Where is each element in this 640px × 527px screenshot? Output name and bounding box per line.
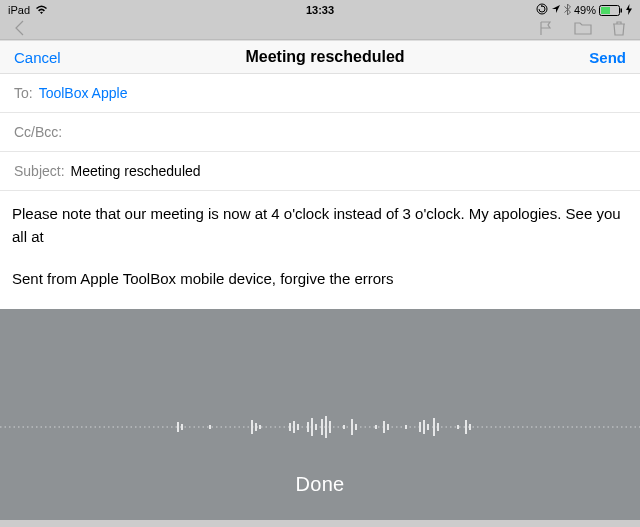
done-button[interactable]: Done — [295, 473, 344, 496]
dictation-panel: Done — [0, 309, 640, 520]
location-icon — [551, 4, 561, 16]
rotation-lock-icon — [536, 3, 548, 17]
back-icon — [14, 20, 25, 40]
subject-label: Subject: — [14, 163, 65, 179]
status-right: 49% — [536, 3, 632, 17]
wifi-icon — [35, 5, 48, 15]
to-label: To: — [14, 85, 33, 101]
compose-title: Meeting rescheduled — [245, 48, 404, 66]
flag-icon — [538, 20, 554, 40]
subject-field[interactable]: Subject: Meeting rescheduled — [0, 152, 640, 191]
to-value[interactable]: ToolBox Apple — [39, 85, 128, 101]
body-text: Please note that our meeting is now at 4… — [12, 202, 628, 249]
status-bar: iPad 13:33 49% — [0, 0, 640, 20]
ccbcc-field[interactable]: Cc/Bcc: — [0, 113, 640, 152]
battery-icon — [599, 5, 623, 16]
compose-panel: Cancel Meeting rescheduled Send To: Tool… — [0, 40, 640, 309]
status-time: 13:33 — [306, 4, 334, 16]
ccbcc-label: Cc/Bcc: — [14, 124, 62, 140]
svg-rect-2 — [601, 7, 610, 14]
trash-icon — [612, 20, 626, 40]
body-signature: Sent from Apple ToolBox mobile device, f… — [12, 267, 628, 290]
send-button[interactable]: Send — [589, 49, 626, 66]
folder-icon — [574, 21, 592, 39]
dictation-waveform — [0, 412, 640, 442]
bluetooth-icon — [564, 4, 571, 17]
message-body[interactable]: Please note that our meeting is now at 4… — [0, 191, 640, 309]
compose-header: Cancel Meeting rescheduled Send — [0, 41, 640, 74]
svg-rect-3 — [621, 8, 623, 12]
device-label: iPad — [8, 4, 30, 16]
to-field[interactable]: To: ToolBox Apple — [0, 74, 640, 113]
subject-value[interactable]: Meeting rescheduled — [71, 163, 201, 179]
battery-percentage: 49% — [574, 4, 596, 16]
cancel-button[interactable]: Cancel — [14, 49, 61, 66]
background-toolbar — [0, 20, 640, 40]
charging-icon — [626, 4, 632, 17]
status-left: iPad — [8, 4, 48, 16]
